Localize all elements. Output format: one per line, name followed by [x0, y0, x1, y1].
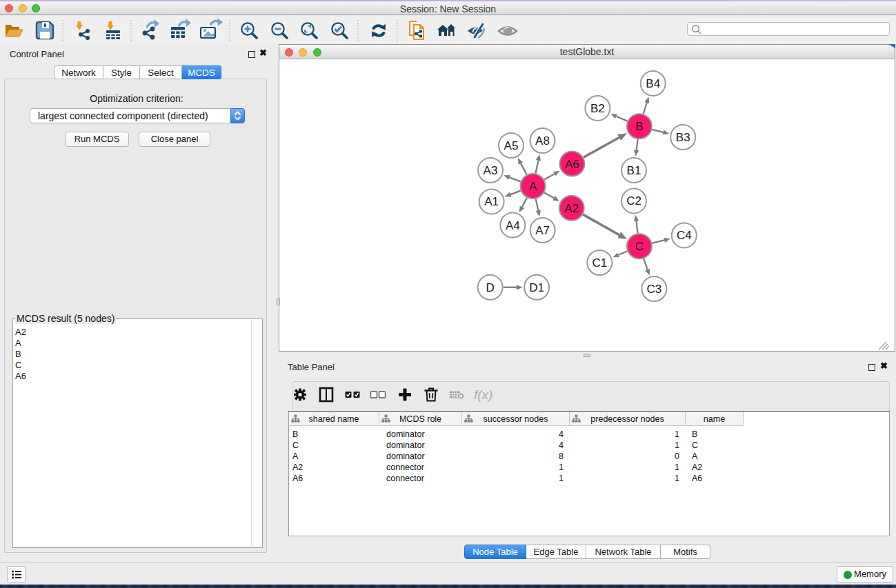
svg-text:C1: C1 [592, 256, 607, 270]
svg-text:B3: B3 [676, 131, 690, 144]
svg-text:A8: A8 [535, 134, 550, 148]
svg-text:B4: B4 [646, 77, 660, 90]
svg-text:A7: A7 [535, 224, 550, 237]
svg-text:C3: C3 [647, 283, 662, 296]
svg-text:A4: A4 [506, 219, 520, 232]
svg-text:D: D [486, 281, 495, 294]
svg-text:A5: A5 [504, 139, 519, 152]
svg-text:C: C [635, 240, 644, 253]
svg-text:B2: B2 [590, 102, 605, 115]
svg-text:A2: A2 [564, 202, 579, 215]
svg-text:B1: B1 [627, 164, 641, 177]
svg-text:C4: C4 [677, 229, 692, 242]
svg-text:A6: A6 [565, 158, 579, 171]
svg-text:f(x): f(x) [474, 387, 492, 402]
svg-text:A3: A3 [484, 164, 498, 177]
svg-text:B: B [635, 120, 643, 133]
svg-text:A: A [529, 180, 537, 193]
svg-text:D1: D1 [529, 281, 544, 294]
svg-text:A1: A1 [484, 195, 499, 208]
svg-text:C2: C2 [626, 194, 641, 207]
